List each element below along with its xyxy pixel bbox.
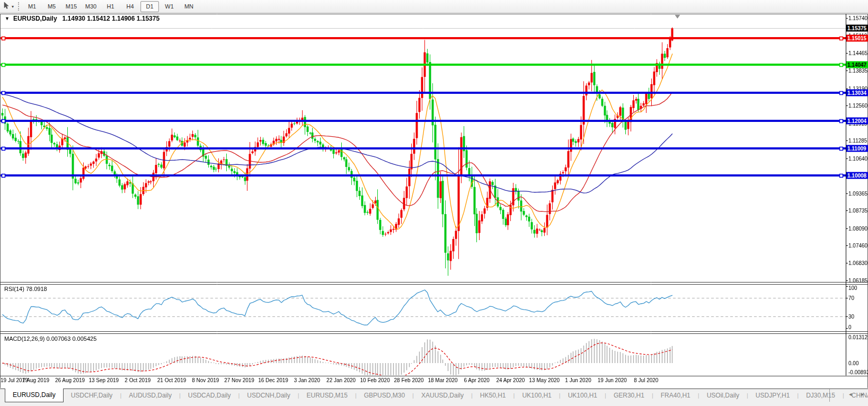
price-tick-label: 1.06830 xyxy=(848,260,867,266)
timeframe-button-m15[interactable]: M15 xyxy=(62,1,81,12)
macd-indicator-label: MACD(12,26,9) 0.007063 0.005425 xyxy=(4,336,96,342)
chart-tab-eurusd-daily[interactable]: EURUSD,Daily xyxy=(5,389,64,402)
chart-tab-hk50-h1[interactable]: HK50,H1 xyxy=(473,389,513,402)
date-tick-label: 8 Jul 2020 xyxy=(634,377,658,383)
price-tick-label: 1.13835 xyxy=(848,68,867,74)
macd-tick-label: -0.008933 xyxy=(848,369,868,375)
chart-tab-ger30-h1[interactable]: GER30,H1 xyxy=(606,389,652,402)
hline-price-label: 1.15015 xyxy=(846,35,868,42)
chart-tab-bar: EURUSD,DailyUSDCHF,Daily|AUDUSD,Daily|US… xyxy=(0,389,868,406)
date-tick-label: 10 Feb 2020 xyxy=(360,377,390,383)
chart-tab-usdjpy-h1[interactable]: USDJPY,H1 xyxy=(748,389,797,402)
chart-ohlc-values: 1.14930 1.15412 1.14906 1.15375 xyxy=(63,15,160,22)
hline-price-label: 1.12004 xyxy=(846,117,868,124)
price-tick-label: 1.10640 xyxy=(848,155,867,161)
date-tick-label: 2 Oct 2019 xyxy=(125,377,150,383)
date-tick-label: 13 Sep 2019 xyxy=(88,377,119,383)
date-tick-label: 18 Mar 2020 xyxy=(428,377,457,383)
chart-title: ▼ EURUSD,Daily 1.14930 1.15412 1.14906 1… xyxy=(5,15,160,22)
date-tick-label: 28 Feb 2020 xyxy=(394,377,424,383)
hline-price-label: 1.13034 xyxy=(846,89,868,96)
timeframe-button-mn[interactable]: MN xyxy=(180,1,198,12)
chart-tab-usdcnh-daily[interactable]: USDCNH,Daily xyxy=(240,389,297,402)
rsi-tick-label: 30 xyxy=(848,314,854,320)
chart-tab-uk100-h1[interactable]: UK100,H1 xyxy=(515,389,559,402)
rsi-indicator-label: RSI(14) 78.0918 xyxy=(4,286,47,292)
date-tick-label: 27 Nov 2019 xyxy=(224,377,254,383)
macd-tick-label: 0.013121 xyxy=(848,334,868,340)
price-tick-label: 1.09365 xyxy=(848,190,867,196)
top-toolbar: ▾ M1M5M15M30H1H4D1W1MN xyxy=(0,0,868,13)
timeframe-button-m1[interactable]: M1 xyxy=(23,1,41,12)
hline-price-label: 1.11009 xyxy=(846,145,868,152)
timeframe-button-h4[interactable]: H4 xyxy=(121,1,139,12)
chart-tab-uk100-h1[interactable]: UK100,H1 xyxy=(561,389,605,402)
cursor-tool-button[interactable]: ▾ xyxy=(1,1,16,12)
timeframe-button-w1[interactable]: W1 xyxy=(160,1,179,12)
date-tick-label: 22 Jan 2020 xyxy=(326,377,356,383)
date-tick-label: 6 Apr 2020 xyxy=(464,377,489,383)
chart-canvas[interactable] xyxy=(0,0,868,406)
date-tick-label: 19 Jun 2020 xyxy=(598,377,627,383)
cursor-tool-icon xyxy=(3,2,10,11)
tabs-scroll-right-icon[interactable]: ► xyxy=(860,392,865,397)
chart-tab-eurusd-m15[interactable]: EURUSD,M15 xyxy=(299,389,355,402)
price-tick-label: 1.11285 xyxy=(848,138,867,144)
hline-price-label: 1.14047 xyxy=(846,61,868,68)
price-tick-label: 1.08090 xyxy=(848,225,867,231)
timeframe-button-h1[interactable]: H1 xyxy=(101,1,120,12)
current-price-label: 1.15375 xyxy=(846,25,868,32)
price-tick-label: 1.14465 xyxy=(848,50,867,56)
collapse-chart-icon[interactable]: ▼ xyxy=(5,16,10,21)
date-tick-label: 3 Jan 2020 xyxy=(294,377,321,383)
chart-tab-xauusd-daily[interactable]: XAUUSD,Daily xyxy=(414,389,471,402)
date-tick-label: 13 May 2020 xyxy=(529,377,560,383)
chart-tab-gbpusd-m30[interactable]: GBPUSD,M30 xyxy=(357,389,412,402)
chart-tab-dj30-m15[interactable]: DJ30,M15 xyxy=(799,389,843,402)
chart-tab-audusd-daily[interactable]: AUDUSD,Daily xyxy=(121,389,179,402)
rsi-tick-label: 70 xyxy=(848,295,854,301)
date-tick-label: 21 Oct 2019 xyxy=(157,377,186,383)
date-tick-label: 1 Jun 2020 xyxy=(565,377,591,383)
price-tick-label: 1.06185 xyxy=(848,278,867,284)
rsi-tick-label: 100 xyxy=(848,285,857,291)
price-tick-label: 1.07460 xyxy=(848,243,867,249)
date-tick-label: 8 Nov 2019 xyxy=(192,377,219,383)
macd-tick-label: 0.00 xyxy=(848,360,858,366)
chart-symbol-label: EURUSD,Daily xyxy=(13,15,57,22)
chart-tab-usdcad-daily[interactable]: USDCAD,Daily xyxy=(181,389,238,402)
chart-tab-fra40-h1[interactable]: FRA40,H1 xyxy=(653,389,698,402)
date-tick-label: 16 Dec 2019 xyxy=(258,377,288,383)
timeframe-button-m5[interactable]: M5 xyxy=(42,1,61,12)
date-tick-label: 7 Aug 2019 xyxy=(22,377,49,383)
chart-tab-usoil-daily[interactable]: USOil,Daily xyxy=(699,389,747,402)
date-tick-label: 24 Apr 2020 xyxy=(496,377,525,383)
tabs-scroll-left-icon[interactable]: ◄ xyxy=(848,392,853,397)
chart-tabs: EURUSD,DailyUSDCHF,Daily|AUDUSD,Daily|US… xyxy=(5,389,868,402)
timeframe-button-m30[interactable]: M30 xyxy=(82,1,100,12)
rsi-tick-label: 0 xyxy=(848,324,852,330)
chart-tab-usdchf-daily[interactable]: USDCHF,Daily xyxy=(64,389,120,402)
date-tick-label: 26 Aug 2019 xyxy=(55,377,85,383)
timeframe-button-group: M1M5M15M30H1H4D1W1MN xyxy=(22,1,199,12)
toolbar-grip xyxy=(18,2,19,11)
hline-price-label: 1.10008 xyxy=(846,172,868,179)
price-tick-label: 1.15740 xyxy=(848,15,867,21)
chevron-down-icon: ▾ xyxy=(12,4,14,9)
price-tick-label: 1.08735 xyxy=(848,208,867,214)
timeframe-button-d1[interactable]: D1 xyxy=(140,1,159,12)
tab-bar-divider xyxy=(829,389,830,402)
price-tick-label: 1.12560 xyxy=(848,103,867,109)
